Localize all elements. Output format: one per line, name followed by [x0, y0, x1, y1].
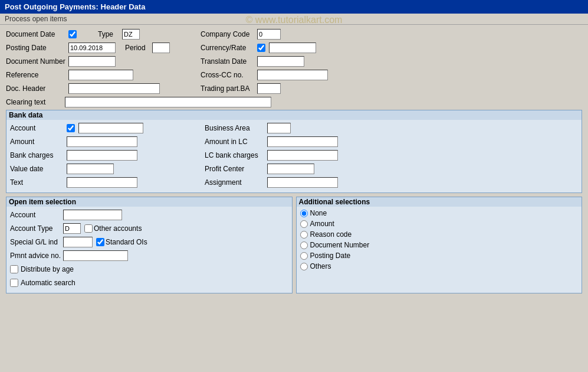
row-clearing-text: Clearing text — [6, 96, 582, 108]
radio-others: Others — [300, 262, 579, 270]
type-input[interactable] — [122, 29, 140, 40]
radio-none-label: None — [310, 209, 327, 217]
document-date-label: Document Date — [6, 30, 65, 38]
value-date-label: Value date — [10, 165, 63, 173]
ois-row-pmnt-advice: Pmnt advice no. — [10, 250, 288, 262]
open-item-selection-section: Open item selection Account Account Type… — [6, 197, 293, 293]
trading-part-label: Trading part.BA — [201, 84, 254, 93]
currency-rate-checkbox[interactable] — [257, 44, 265, 52]
process-label: Process open items — [5, 15, 67, 23]
pmnt-advice-input[interactable] — [63, 250, 128, 261]
bank-account-checkbox[interactable] — [67, 124, 75, 132]
cross-cc-input[interactable] — [257, 70, 328, 80]
bank-row-charges: Bank charges LC bank charges — [10, 149, 578, 161]
automatic-search-checkbox[interactable] — [10, 279, 18, 287]
radio-none: None — [300, 209, 579, 217]
row-document-number: Document Number Translatn Date — [6, 56, 582, 67]
amount-label: Amount — [10, 138, 63, 146]
bank-account-input[interactable] — [78, 123, 143, 133]
title-bar: Post Outgoing Payments: Header Data — [0, 0, 588, 14]
profit-center-input[interactable] — [267, 164, 314, 174]
doc-header-label: Doc. Header — [6, 84, 65, 93]
radio-amount-input[interactable] — [300, 220, 308, 228]
doc-header-input[interactable] — [68, 83, 160, 94]
assignment-input[interactable] — [267, 177, 338, 188]
other-accounts-checkbox[interactable] — [84, 224, 93, 233]
bank-charges-input[interactable] — [67, 150, 137, 161]
row-document-date: Document Date Type Company Code — [6, 28, 582, 40]
additional-selections-section: Additional selections None Amount Reason… — [296, 197, 583, 293]
standard-ois-checkbox[interactable] — [96, 238, 104, 246]
translatn-date-input[interactable] — [257, 56, 304, 67]
clearing-text-label: Clearing text — [6, 98, 65, 106]
company-code-input[interactable] — [257, 29, 281, 40]
radio-document-number-input[interactable] — [300, 242, 308, 249]
ois-account-label: Account — [10, 211, 63, 219]
bank-charges-label: Bank charges — [10, 151, 63, 159]
ois-row-account: Account — [10, 209, 288, 221]
radio-posting-date: Posting Date — [300, 252, 579, 260]
ois-row-account-type: Account Type Other accounts — [10, 223, 288, 234]
amount-lc-input[interactable] — [267, 136, 338, 147]
radio-none-input[interactable] — [300, 210, 308, 217]
lc-bank-charges-label: LC bank charges — [205, 151, 264, 159]
pmnt-advice-label: Pmnt advice no. — [10, 252, 63, 260]
menu-bar: Process open items © www.tutorialkart.co… — [0, 14, 588, 25]
document-number-label: Document Number — [6, 57, 65, 66]
bank-data-title: Bank data — [6, 110, 582, 120]
document-date-checkbox[interactable] — [68, 30, 77, 38]
radio-others-input[interactable] — [300, 263, 308, 270]
value-date-input[interactable] — [67, 164, 114, 174]
radio-document-number-label: Document Number — [310, 241, 370, 249]
company-code-label: Company Code — [201, 30, 254, 38]
amount-lc-label: Amount in LC — [205, 138, 264, 146]
posting-date-input[interactable] — [68, 43, 116, 53]
text-input[interactable] — [67, 177, 137, 188]
translatn-date-label: Translatn Date — [201, 57, 254, 66]
lc-bank-charges-input[interactable] — [267, 150, 338, 161]
special-gl-input[interactable] — [63, 237, 93, 247]
bank-row-account: Account Business Area — [10, 122, 578, 134]
reference-label: Reference — [6, 71, 65, 79]
type-label: Type — [98, 30, 119, 38]
cross-cc-label: Cross-CC no. — [201, 71, 254, 79]
ois-row-distribute: Distribute by age — [10, 263, 288, 275]
page-title: Post Outgoing Payments: Header Data — [5, 2, 145, 11]
business-area-label: Business Area — [205, 124, 264, 132]
radio-posting-date-input[interactable] — [300, 252, 308, 260]
row-posting-date: Posting Date Period Currency/Rate — [6, 42, 582, 54]
text-label: Text — [10, 178, 63, 187]
amount-input[interactable] — [67, 136, 137, 147]
bank-data-section: Bank data Account Business Area — [6, 110, 582, 193]
radio-reason-code: Reason code — [300, 230, 579, 239]
standard-ois-label: Standard OIs — [106, 238, 147, 246]
row-reference: Reference Cross-CC no. — [6, 69, 582, 81]
automatic-search-label: Automatic search — [21, 279, 75, 287]
distribute-by-age-checkbox[interactable] — [10, 265, 18, 273]
bank-row-amount: Amount Amount in LC — [10, 136, 578, 148]
account-type-label: Account Type — [10, 224, 63, 233]
account-type-input[interactable] — [63, 223, 81, 234]
clearing-text-input[interactable] — [65, 97, 271, 107]
row-doc-header: Doc. Header Trading part.BA — [6, 83, 582, 94]
special-gl-label: Special G/L ind — [10, 238, 63, 246]
radio-posting-date-label: Posting Date — [310, 252, 351, 260]
period-input[interactable] — [152, 43, 170, 53]
bottom-sections: Open item selection Account Account Type… — [6, 197, 582, 293]
radio-amount: Amount — [300, 220, 579, 228]
ois-account-input[interactable] — [63, 210, 122, 220]
document-number-input[interactable] — [68, 56, 116, 67]
distribute-by-age-label: Distribute by age — [21, 265, 74, 273]
currency-rate-label: Currency/Rate — [201, 44, 254, 52]
business-area-input[interactable] — [267, 123, 291, 133]
trading-part-input[interactable] — [257, 83, 281, 94]
profit-center-label: Profit Center — [205, 165, 264, 173]
reference-input[interactable] — [68, 70, 133, 80]
ois-row-auto-search: Automatic search — [10, 277, 288, 289]
other-accounts-label: Other accounts — [94, 224, 142, 233]
radio-reason-code-input[interactable] — [300, 231, 308, 239]
currency-rate-input[interactable] — [269, 43, 316, 53]
period-label: Period — [125, 44, 149, 52]
additional-selections-title: Additional selections — [297, 197, 582, 207]
radio-document-number: Document Number — [300, 241, 579, 249]
